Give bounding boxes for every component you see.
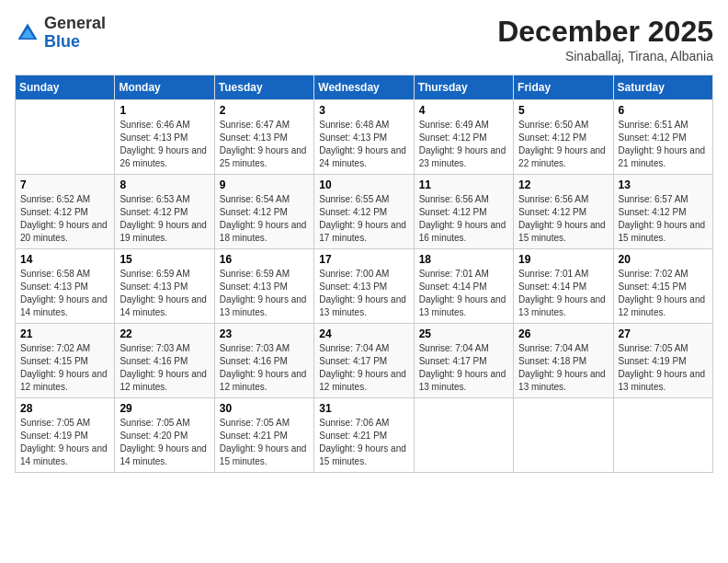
day-of-week-header: Sunday <box>16 75 115 100</box>
calendar-cell: 11Sunrise: 6:56 AMSunset: 4:12 PMDayligh… <box>414 175 513 249</box>
calendar-cell: 27Sunrise: 7:05 AMSunset: 4:19 PMDayligh… <box>613 324 712 398</box>
day-number: 30 <box>220 402 309 415</box>
calendar-cell: 5Sunrise: 6:50 AMSunset: 4:12 PMDaylight… <box>514 100 613 175</box>
calendar-cell: 20Sunrise: 7:02 AMSunset: 4:15 PMDayligh… <box>613 249 712 324</box>
day-number: 4 <box>419 104 508 117</box>
day-info: Sunrise: 7:04 AMSunset: 4:17 PMDaylight:… <box>419 342 508 394</box>
day-number: 24 <box>319 327 408 340</box>
day-info: Sunrise: 7:03 AMSunset: 4:16 PMDaylight:… <box>220 342 309 394</box>
day-info: Sunrise: 7:01 AMSunset: 4:14 PMDaylight:… <box>419 268 508 319</box>
calendar-cell: 26Sunrise: 7:04 AMSunset: 4:18 PMDayligh… <box>514 324 613 398</box>
day-number: 26 <box>518 327 608 340</box>
day-of-week-header: Saturday <box>613 75 712 100</box>
day-info: Sunrise: 6:59 AMSunset: 4:13 PMDaylight:… <box>119 268 209 319</box>
calendar-cell: 16Sunrise: 6:59 AMSunset: 4:13 PMDayligh… <box>214 249 313 324</box>
day-number: 23 <box>220 327 309 340</box>
day-info: Sunrise: 6:57 AMSunset: 4:12 PMDaylight:… <box>619 193 708 245</box>
day-info: Sunrise: 6:56 AMSunset: 4:12 PMDaylight:… <box>518 193 608 245</box>
calendar-cell: 12Sunrise: 6:56 AMSunset: 4:12 PMDayligh… <box>514 175 613 249</box>
calendar-cell: 17Sunrise: 7:00 AMSunset: 4:13 PMDayligh… <box>314 249 414 324</box>
day-number: 11 <box>419 178 508 191</box>
day-number: 8 <box>119 178 209 191</box>
calendar-week-row: 7Sunrise: 6:52 AMSunset: 4:12 PMDaylight… <box>16 175 713 249</box>
day-of-week-header: Wednesday <box>314 75 414 100</box>
day-info: Sunrise: 7:04 AMSunset: 4:17 PMDaylight:… <box>319 342 408 394</box>
calendar-cell: 15Sunrise: 6:59 AMSunset: 4:13 PMDayligh… <box>115 249 214 324</box>
calendar-cell: 9Sunrise: 6:54 AMSunset: 4:12 PMDaylight… <box>214 175 313 249</box>
day-number: 5 <box>518 104 608 117</box>
calendar-cell: 29Sunrise: 7:05 AMSunset: 4:20 PMDayligh… <box>115 398 214 473</box>
day-of-week-header: Thursday <box>414 75 513 100</box>
day-info: Sunrise: 7:06 AMSunset: 4:21 PMDaylight:… <box>319 417 408 468</box>
calendar-cell: 30Sunrise: 7:05 AMSunset: 4:21 PMDayligh… <box>214 398 313 473</box>
calendar-header-row: SundayMondayTuesdayWednesdayThursdayFrid… <box>16 75 713 100</box>
location-subtitle: Sinaballaj, Tirana, Albania <box>497 49 713 63</box>
day-number: 29 <box>119 402 209 415</box>
page-header: General Blue December 2025 Sinaballaj, T… <box>15 15 713 63</box>
day-number: 10 <box>319 178 408 191</box>
calendar-cell: 13Sunrise: 6:57 AMSunset: 4:12 PMDayligh… <box>613 175 712 249</box>
calendar-cell: 31Sunrise: 7:06 AMSunset: 4:21 PMDayligh… <box>314 398 414 473</box>
calendar-cell: 25Sunrise: 7:04 AMSunset: 4:17 PMDayligh… <box>414 324 513 398</box>
calendar-week-row: 28Sunrise: 7:05 AMSunset: 4:19 PMDayligh… <box>16 398 713 473</box>
day-of-week-header: Monday <box>115 75 214 100</box>
calendar-cell: 10Sunrise: 6:55 AMSunset: 4:12 PMDayligh… <box>314 175 414 249</box>
calendar-cell: 1Sunrise: 6:46 AMSunset: 4:13 PMDaylight… <box>115 100 214 175</box>
logo-text: General Blue <box>44 15 106 52</box>
logo: General Blue <box>15 15 106 52</box>
day-info: Sunrise: 7:01 AMSunset: 4:14 PMDaylight:… <box>518 268 608 319</box>
day-number: 21 <box>20 327 109 340</box>
calendar-cell: 23Sunrise: 7:03 AMSunset: 4:16 PMDayligh… <box>214 324 313 398</box>
day-info: Sunrise: 6:50 AMSunset: 4:12 PMDaylight:… <box>518 119 608 170</box>
calendar-cell: 21Sunrise: 7:02 AMSunset: 4:15 PMDayligh… <box>16 324 115 398</box>
day-info: Sunrise: 6:51 AMSunset: 4:12 PMDaylight:… <box>619 119 708 170</box>
calendar-table: SundayMondayTuesdayWednesdayThursdayFrid… <box>15 75 713 473</box>
month-title: December 2025 <box>497 15 713 49</box>
calendar-cell: 14Sunrise: 6:58 AMSunset: 4:13 PMDayligh… <box>16 249 115 324</box>
day-number: 31 <box>319 402 408 415</box>
day-info: Sunrise: 7:05 AMSunset: 4:20 PMDaylight:… <box>119 417 209 468</box>
calendar-cell: 8Sunrise: 6:53 AMSunset: 4:12 PMDaylight… <box>115 175 214 249</box>
day-info: Sunrise: 7:00 AMSunset: 4:13 PMDaylight:… <box>319 268 408 319</box>
day-info: Sunrise: 6:54 AMSunset: 4:12 PMDaylight:… <box>220 193 309 245</box>
logo-icon <box>15 20 40 46</box>
calendar-cell: 19Sunrise: 7:01 AMSunset: 4:14 PMDayligh… <box>514 249 613 324</box>
day-number: 27 <box>619 327 708 340</box>
day-number: 22 <box>119 327 209 340</box>
calendar-cell <box>16 100 115 175</box>
day-info: Sunrise: 7:05 AMSunset: 4:19 PMDaylight:… <box>20 417 109 468</box>
day-number: 20 <box>619 253 708 266</box>
day-number: 19 <box>518 253 608 266</box>
day-info: Sunrise: 6:46 AMSunset: 4:13 PMDaylight:… <box>119 119 209 170</box>
day-info: Sunrise: 7:02 AMSunset: 4:15 PMDaylight:… <box>20 342 109 394</box>
day-of-week-header: Tuesday <box>214 75 313 100</box>
day-number: 3 <box>319 104 408 117</box>
day-info: Sunrise: 6:49 AMSunset: 4:12 PMDaylight:… <box>419 119 508 170</box>
day-number: 6 <box>619 104 708 117</box>
day-info: Sunrise: 7:04 AMSunset: 4:18 PMDaylight:… <box>518 342 608 394</box>
calendar-cell: 18Sunrise: 7:01 AMSunset: 4:14 PMDayligh… <box>414 249 513 324</box>
calendar-cell: 3Sunrise: 6:48 AMSunset: 4:13 PMDaylight… <box>314 100 414 175</box>
day-number: 28 <box>20 402 109 415</box>
calendar-week-row: 1Sunrise: 6:46 AMSunset: 4:13 PMDaylight… <box>16 100 713 175</box>
day-number: 25 <box>419 327 508 340</box>
day-info: Sunrise: 6:52 AMSunset: 4:12 PMDaylight:… <box>20 193 109 245</box>
day-info: Sunrise: 6:58 AMSunset: 4:13 PMDaylight:… <box>20 268 109 319</box>
day-info: Sunrise: 6:55 AMSunset: 4:12 PMDaylight:… <box>319 193 408 245</box>
calendar-cell: 7Sunrise: 6:52 AMSunset: 4:12 PMDaylight… <box>16 175 115 249</box>
day-number: 14 <box>20 253 109 266</box>
calendar-week-row: 14Sunrise: 6:58 AMSunset: 4:13 PMDayligh… <box>16 249 713 324</box>
day-number: 16 <box>220 253 309 266</box>
day-info: Sunrise: 6:47 AMSunset: 4:13 PMDaylight:… <box>220 119 309 170</box>
day-number: 12 <box>518 178 608 191</box>
calendar-cell <box>514 398 613 473</box>
calendar-cell: 22Sunrise: 7:03 AMSunset: 4:16 PMDayligh… <box>115 324 214 398</box>
day-number: 9 <box>220 178 309 191</box>
day-number: 15 <box>119 253 209 266</box>
calendar-cell <box>613 398 712 473</box>
day-info: Sunrise: 7:03 AMSunset: 4:16 PMDaylight:… <box>119 342 209 394</box>
day-info: Sunrise: 6:59 AMSunset: 4:13 PMDaylight:… <box>220 268 309 319</box>
calendar-week-row: 21Sunrise: 7:02 AMSunset: 4:15 PMDayligh… <box>16 324 713 398</box>
calendar-cell: 6Sunrise: 6:51 AMSunset: 4:12 PMDaylight… <box>613 100 712 175</box>
day-info: Sunrise: 6:53 AMSunset: 4:12 PMDaylight:… <box>119 193 209 245</box>
